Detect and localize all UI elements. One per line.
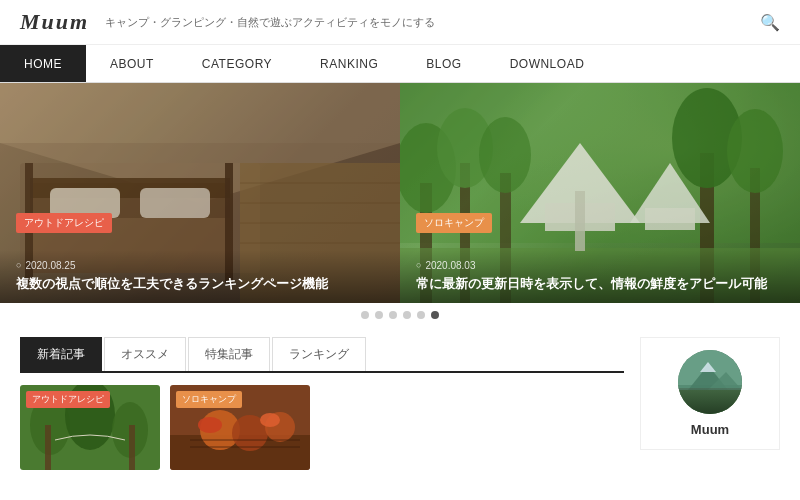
svg-rect-37 bbox=[129, 425, 135, 470]
nav-item-download[interactable]: DOWNLOAD bbox=[486, 45, 609, 82]
site-header: Muum キャンプ・グランピング・自然で遊ぶアクティビティをモノにする 🔍 bbox=[0, 0, 800, 45]
tab-ranking[interactable]: ランキング bbox=[272, 337, 366, 371]
hero-slider: アウトドアレシピ 2020.08.25 複数の視点で順位を工夫できるランキングペ… bbox=[0, 83, 800, 303]
svg-point-45 bbox=[198, 417, 222, 433]
svg-point-25 bbox=[727, 109, 783, 193]
svg-rect-52 bbox=[678, 350, 742, 390]
dot-2[interactable] bbox=[375, 311, 383, 319]
hero-right-title: 常に最新の更新日時を表示して、情報の鮮度をアピール可能 bbox=[416, 275, 784, 293]
profile-name: Muum bbox=[653, 422, 767, 437]
content-section: 新着記事 オススメ 特集記事 ランキング bbox=[0, 327, 800, 470]
main-nav: HOME ABOUT CATEGORY RANKING BLOG DOWNLOA… bbox=[0, 45, 800, 83]
article-card-2-image: ソロキャンプ bbox=[170, 385, 310, 470]
hero-left-badge: アウトドアレシピ bbox=[16, 213, 112, 233]
hero-right-date: 2020.08.03 bbox=[416, 260, 784, 271]
svg-rect-36 bbox=[45, 425, 51, 470]
nav-item-blog[interactable]: BLOG bbox=[402, 45, 485, 82]
hero-right-overlay: 2020.08.03 常に最新の更新日時を表示して、情報の鮮度をアピール可能 bbox=[400, 250, 800, 303]
slider-dots bbox=[0, 303, 800, 327]
hero-panel-right[interactable]: ソロキャンプ 2020.08.03 常に最新の更新日時を表示して、情報の鮮度をア… bbox=[400, 83, 800, 303]
nav-item-ranking[interactable]: RANKING bbox=[296, 45, 402, 82]
nav-item-about[interactable]: ABOUT bbox=[86, 45, 178, 82]
hero-left-date: 2020.08.25 bbox=[16, 260, 384, 271]
dot-4[interactable] bbox=[403, 311, 411, 319]
tab-featured[interactable]: 特集記事 bbox=[188, 337, 270, 371]
dot-3[interactable] bbox=[389, 311, 397, 319]
svg-point-46 bbox=[260, 413, 280, 427]
tab-new-articles[interactable]: 新着記事 bbox=[20, 337, 102, 371]
search-icon[interactable]: 🔍 bbox=[760, 13, 780, 32]
hero-panel-left[interactable]: アウトドアレシピ 2020.08.25 複数の視点で順位を工夫できるランキングペ… bbox=[0, 83, 400, 303]
tab-recommended[interactable]: オススメ bbox=[104, 337, 186, 371]
article-card-1-badge: アウトドアレシピ bbox=[26, 391, 110, 408]
hero-left-title: 複数の視点で順位を工夫できるランキングページ機能 bbox=[16, 275, 384, 293]
hero-left-overlay: 2020.08.25 複数の視点で順位を工夫できるランキングページ機能 bbox=[0, 250, 400, 303]
article-card-2[interactable]: ソロキャンプ bbox=[170, 385, 310, 470]
dot-1[interactable] bbox=[361, 311, 369, 319]
dot-6[interactable] bbox=[431, 311, 439, 319]
nav-item-category[interactable]: CATEGORY bbox=[178, 45, 296, 82]
svg-rect-5 bbox=[140, 188, 210, 218]
svg-rect-31 bbox=[645, 208, 695, 230]
nav-item-home[interactable]: HOME bbox=[0, 45, 86, 82]
sidebar-profile: Muum bbox=[640, 337, 780, 450]
main-content: 新着記事 オススメ 特集記事 ランキング bbox=[20, 337, 624, 470]
article-card-2-badge: ソロキャンプ bbox=[176, 391, 242, 408]
site-logo[interactable]: Muum bbox=[20, 9, 89, 35]
svg-rect-48 bbox=[678, 385, 742, 414]
svg-rect-29 bbox=[575, 191, 585, 251]
site-tagline: キャンプ・グランピング・自然で遊ぶアクティビティをモノにする bbox=[105, 15, 760, 30]
sidebar: Muum bbox=[640, 337, 780, 470]
article-card-1[interactable]: アウトドアレシピ bbox=[20, 385, 160, 470]
svg-point-23 bbox=[479, 117, 531, 193]
article-card-1-image: アウトドアレシピ bbox=[20, 385, 160, 470]
hero-right-badge: ソロキャンプ bbox=[416, 213, 492, 233]
dot-5[interactable] bbox=[417, 311, 425, 319]
article-cards: アウトドアレシピ bbox=[20, 385, 624, 470]
content-tabs: 新着記事 オススメ 特集記事 ランキング bbox=[20, 337, 624, 373]
profile-avatar bbox=[678, 350, 742, 414]
